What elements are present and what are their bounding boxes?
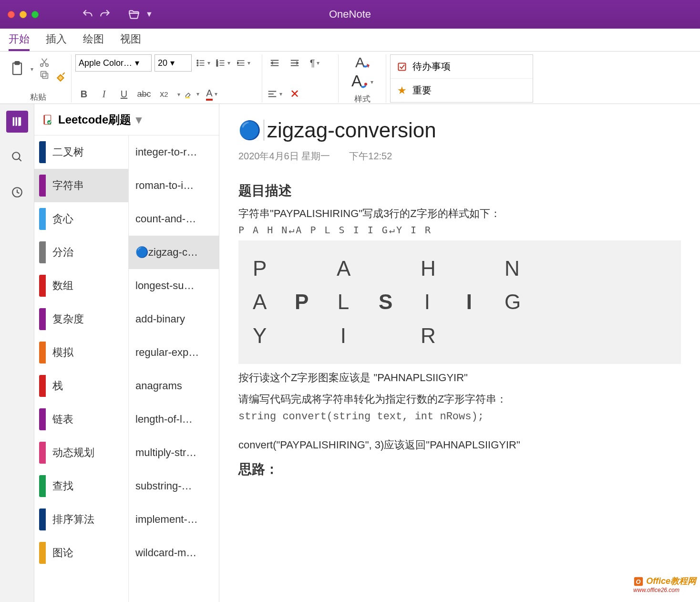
section-item[interactable]: 栈 [34,369,128,403]
minimize-window-button[interactable] [20,11,27,18]
font-size-value: 20 [158,58,167,68]
page-item[interactable]: anagrams [129,369,219,403]
align-button[interactable] [266,85,283,103]
notebook-name: Leetcode刷题 [58,112,131,127]
section-item[interactable]: 链表 [34,403,128,436]
section-item[interactable]: 图论 [34,536,128,570]
font-size-select[interactable]: 20▾ [154,54,192,72]
page-item[interactable]: add-binary [129,302,219,336]
chevron-down-icon: ▾ [170,58,175,68]
tab-insert[interactable]: 插入 [46,32,67,51]
svg-point-17 [12,152,20,159]
page-title-icon: 🔵 [238,120,261,141]
recent-icon[interactable] [6,181,28,203]
page-item[interactable]: longest-su… [129,269,219,302]
paragraph-mark-button[interactable]: ¶ [306,54,323,72]
paste-group-label: 粘贴 [9,91,67,103]
page-item[interactable]: length-of-l… [129,403,219,436]
chevron-down-icon: ▾ [136,113,142,126]
notebook-icon [41,114,53,126]
svg-text:A: A [351,73,362,90]
section-item[interactable]: 动态规划 [34,436,128,469]
font-name-select[interactable]: Apple Color…▾ [75,54,152,72]
tags-panel: 待办事项 ★ 重要 [390,54,533,103]
page-item[interactable]: multiply-str… [129,436,219,469]
section-item[interactable]: 模拟 [34,336,128,369]
search-icon[interactable] [6,146,28,168]
clear-format-button[interactable]: ✕ [286,85,303,103]
checkbox-icon [397,62,407,72]
notebooks-icon[interactable] [6,111,28,133]
subscript-button[interactable]: x2 [155,85,173,103]
titlebar: ▼ OneNote [0,0,700,29]
paste-button[interactable] [9,56,26,82]
page-time-value: 下午12:52 [349,150,392,163]
clear-styles-button[interactable]: A [354,54,371,72]
page-item[interactable]: regular-exp… [129,336,219,369]
mono-line: P A H N↵A P L S I I G↵Y I R [238,224,681,236]
outdent-button[interactable] [266,54,283,72]
page-title[interactable]: 🔵zigzag-conversion [238,118,681,142]
navigation-pane: Leetcode刷题 ▾ 二叉树字符串贪心分治数组复杂度模拟栈链表动态规划查找排… [34,104,219,602]
bold-button[interactable]: B [75,85,93,103]
undo-icon[interactable] [82,8,94,21]
svg-point-8 [197,65,198,66]
page-item[interactable]: roman-to-i… [129,169,219,202]
more-font-icon[interactable] [175,90,180,98]
tag-todo[interactable]: 待办事项 [391,55,533,78]
svg-rect-4 [42,73,48,78]
bullet-list-button[interactable] [195,54,212,72]
section-item[interactable]: 分治 [34,236,128,269]
page-item[interactable]: integer-to-r… [129,135,219,169]
page-item[interactable]: wildcard-m… [129,536,219,570]
open-folder-icon[interactable] [127,8,141,21]
redo-icon[interactable] [99,8,111,21]
styles-button[interactable]: A [351,72,373,93]
chevron-down-icon: ▾ [135,58,139,68]
tab-view[interactable]: 视图 [120,32,141,51]
section-item[interactable]: 复杂度 [34,302,128,336]
watermark-text: Office教程网 [646,576,696,586]
copy-icon[interactable] [39,70,50,80]
highlight-button[interactable] [183,85,200,103]
font-name-value: Apple Color… [79,58,132,68]
indent-button[interactable] [235,54,252,72]
page-item[interactable]: 🔵zigzag-c… [129,236,219,269]
tab-start[interactable]: 开始 [9,32,30,51]
para-3: 请编写代码完成将字符串转化为指定行数的Z字形字符串： [238,391,681,407]
heading-idea: 思路： [238,460,681,478]
section-item[interactable]: 排序算法 [34,503,128,536]
page-item[interactable]: count-and-… [129,202,219,236]
section-item[interactable]: 查找 [34,469,128,503]
section-item[interactable]: 贪心 [34,202,128,236]
section-item[interactable]: 字符串 [34,169,128,202]
tag-important[interactable]: ★ 重要 [391,78,533,102]
svg-rect-16 [399,63,406,70]
underline-button[interactable]: U [115,85,133,103]
format-painter-icon[interactable] [55,71,68,83]
body: Leetcode刷题 ▾ 二叉树字符串贪心分治数组复杂度模拟栈链表动态规划查找排… [0,104,700,602]
section-item[interactable]: 数组 [34,269,128,302]
svg-text:A: A [355,54,365,70]
titlebar-dropdown-icon[interactable]: ▼ [145,10,153,19]
zigzag-diagram: PAHN APLSIIG YIR [238,240,681,364]
paste-dropdown-icon[interactable] [29,64,33,73]
fullscreen-window-button[interactable] [31,11,39,18]
page-item[interactable]: substring-… [129,469,219,503]
italic-button[interactable]: I [95,85,113,103]
close-window-button[interactable] [8,11,15,18]
tab-draw[interactable]: 绘图 [83,32,104,51]
indent-right-button[interactable] [286,54,303,72]
page-content[interactable]: 🔵zigzag-conversion 2020年4月6日 星期一 下午12:52… [219,104,700,602]
tag-todo-label: 待办事项 [412,60,451,73]
cut-icon[interactable] [39,57,50,68]
font-color-button[interactable]: A [203,85,220,103]
section-item[interactable]: 二叉树 [34,135,128,169]
notebook-header[interactable]: Leetcode刷题 ▾ [34,104,219,135]
left-rail [0,104,34,602]
heading-description: 题目描述 [238,182,681,200]
page-item[interactable]: implement-… [129,503,219,536]
numbered-list-button[interactable]: 123 [215,54,232,72]
strikethrough-button[interactable]: abc— [135,85,153,103]
para-2: 按行读这个Z字形图案应该是 "PAHNAPLSIIGYIR" [238,370,681,385]
